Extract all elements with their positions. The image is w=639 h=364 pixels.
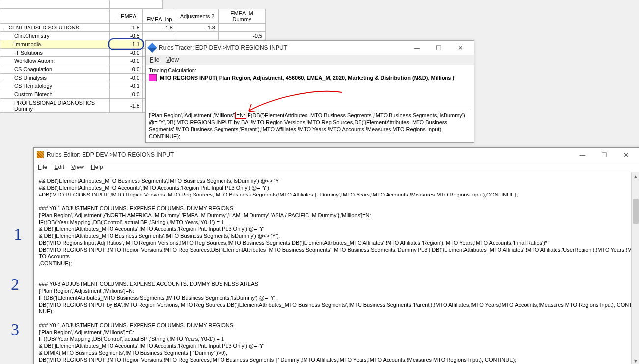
tracer-rule-text[interactable]: ['Plan Region','Adjustment','Millions']=… [149, 110, 471, 140]
col-header-2[interactable]: Adjustments 2 [176, 9, 219, 24]
grid-cell[interactable]: -0.0 [110, 49, 143, 57]
grid-cell[interactable]: -0.5 [219, 32, 266, 40]
tracer-titlebar[interactable]: Rules Tracer: EDP DEV->MTO REGIONS INPUT… [146, 41, 474, 55]
editor-app-icon [37, 151, 44, 158]
grid-row: -- CENTRALISED SOLUTIONS-1.8-1.8-1.8 [0, 24, 266, 32]
grid-cell[interactable]: -0.0 [110, 65, 143, 74]
grid-cell[interactable] [143, 32, 176, 40]
rule-highlight: =N: [235, 112, 246, 119]
scroll-thumb[interactable] [633, 199, 639, 224]
col-header-0[interactable]: -- EMEA [110, 9, 143, 24]
col-header-3[interactable]: EMEA_M Dummy [219, 9, 266, 24]
vertical-scrollbar[interactable]: ▲ ▼ [631, 172, 639, 364]
rule-pre: ['Plan Region','Adjustment','Millions'] [149, 112, 235, 118]
editor-text-area[interactable]: #& DB('}ElementAttributes_MTO Business S… [34, 172, 639, 364]
grid-row: Clin.Chemistry-0.5-0.5 [0, 32, 266, 40]
row-label[interactable]: CS Hematology [0, 82, 110, 90]
grid-cell[interactable]: -1.8 [143, 24, 176, 32]
minimize-button[interactable]: — [406, 41, 428, 55]
close-button[interactable]: ✕ [449, 41, 471, 55]
tracing-calc-line[interactable]: MTO REGIONS INPUT( Plan Region, Adjustme… [149, 74, 471, 81]
menu-file[interactable]: File [38, 164, 47, 170]
tracer-title: Rules Tracer: EDP DEV->MTO REGIONS INPUT [159, 44, 406, 51]
menu-view[interactable]: View [166, 56, 179, 63]
annotation-1: 1 [14, 225, 22, 244]
minimize-button[interactable]: — [572, 148, 593, 162]
grid-cell[interactable]: -0.0 [110, 90, 143, 99]
row-label[interactable]: IT Solutions [0, 49, 110, 57]
menu-view[interactable]: View [71, 164, 84, 170]
maximize-button[interactable]: ☐ [428, 41, 449, 55]
rules-editor-window: Rules Editor: EDP DEV->MTO REGIONS INPUT… [33, 147, 639, 364]
grid-cell[interactable]: -0.0 [110, 74, 143, 82]
annotation-2: 2 [11, 275, 19, 294]
menu-edit[interactable]: Edit [54, 164, 64, 170]
grid-cell[interactable]: -0.0 [110, 57, 143, 65]
row-label[interactable]: Custom Biotech [0, 90, 110, 99]
grid-cell[interactable] [219, 24, 266, 32]
segments-header[interactable]: MTO Business Segments [0, 9, 110, 24]
editor-titlebar[interactable]: Rules Editor: EDP DEV->MTO REGIONS INPUT… [34, 148, 639, 162]
grid-cell[interactable]: -0.5 [110, 32, 143, 40]
editor-title: Rules Editor: EDP DEV->MTO REGIONS INPUT [47, 151, 572, 158]
grid-spacer [0, 0, 110, 9]
grid-cell[interactable] [176, 32, 219, 40]
row-label[interactable]: CS Urinalysis [0, 74, 110, 82]
cube-icon [149, 74, 157, 81]
row-label[interactable]: Clin.Chemistry [0, 32, 110, 40]
grid-header-row: MTO Business Segments -- EMEA -- EMEA_in… [0, 9, 266, 24]
scroll-up-arrow[interactable]: ▲ [632, 172, 639, 180]
row-label[interactable]: Workflow Autom. [0, 57, 110, 65]
tab-mto-affiliates[interactable]: MTO Affiliates [110, 0, 163, 9]
grid-cell[interactable]: -0.1 [110, 82, 143, 90]
grid-cell[interactable]: -1.8 [110, 24, 143, 32]
tracing-label: Tracing Calculation: [149, 67, 471, 73]
row-label[interactable]: -- CENTRALISED SOLUTIONS [0, 24, 110, 32]
editor-menubar: File Edit View Help [34, 162, 639, 172]
grid-cell[interactable]: -1.8 [176, 24, 219, 32]
grid-cell[interactable]: -1.8 [110, 99, 143, 113]
row-label[interactable]: CS Coagulation [0, 65, 110, 74]
maximize-button[interactable]: ☐ [593, 148, 615, 162]
menu-file[interactable]: File [150, 56, 159, 63]
annotation-3: 3 [11, 320, 19, 339]
app-icon [147, 43, 157, 53]
tracing-calc-text: MTO REGIONS INPUT( Plan Region, Adjustme… [160, 75, 454, 81]
grid-cell[interactable]: -1.1 [110, 40, 143, 49]
close-button[interactable]: ✕ [615, 148, 637, 162]
scroll-down-arrow[interactable]: ▼ [632, 357, 639, 364]
rules-tracer-window: Rules Tracer: EDP DEV->MTO REGIONS INPUT… [145, 40, 474, 143]
menu-help[interactable]: Help [91, 164, 103, 170]
col-header-1[interactable]: -- EMEA_inp [143, 9, 176, 24]
tracer-menubar: File View [146, 55, 474, 65]
row-label[interactable]: Immunodia. [0, 40, 110, 49]
row-label[interactable]: PROFESSIONAL DIAGNOSTICS Dummy [0, 99, 110, 113]
